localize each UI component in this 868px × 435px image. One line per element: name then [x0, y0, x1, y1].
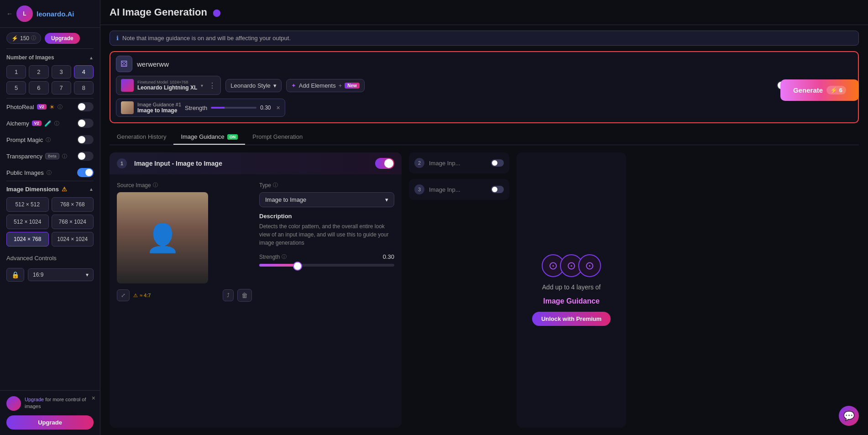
num-btn-5[interactable]: 5: [6, 81, 26, 94]
tab-on-badge: ON: [227, 134, 238, 140]
upgrade-full-button[interactable]: Upgrade: [6, 415, 94, 430]
dice-button[interactable]: ⚄: [116, 56, 132, 72]
avatar: L: [16, 5, 33, 22]
topbar: AI Image Generation ⬤: [100, 0, 868, 25]
public-images-toggle[interactable]: [77, 168, 94, 177]
transparency-badge: Beta: [45, 153, 59, 159]
model-selector[interactable]: Finetuned Model 1024×768 Leonardo Lightn…: [116, 76, 221, 95]
prompt-input[interactable]: [137, 60, 852, 68]
model-caret-icon: ▾: [201, 83, 203, 88]
brand-name: leonardo.Ai: [37, 10, 74, 18]
aspect-caret-icon: ▾: [86, 272, 89, 278]
guidance-num: 1: [117, 158, 127, 168]
transparency-toggle[interactable]: [77, 152, 94, 161]
unlock-button[interactable]: Unlock with Premium: [532, 312, 611, 326]
model-tag: Finetuned Model 1024×768: [137, 80, 197, 84]
upgrade-button-header[interactable]: Upgrade: [45, 33, 80, 44]
dimensions-section: Image Dimensions ⚠ ▲ 512 × 512 768 × 768…: [0, 181, 100, 251]
chevron-up-icon: ▲: [89, 55, 94, 60]
dimensions-grid: 512 × 512 768 × 768 512 × 1024 768 × 102…: [6, 197, 94, 246]
photoreal-info-icon[interactable]: ⓘ: [58, 104, 63, 110]
num-btn-6[interactable]: 6: [29, 81, 48, 94]
dim-btn-1024x768[interactable]: 1024 × 768: [6, 232, 49, 246]
type-dropdown[interactable]: Image to Image ▾: [259, 192, 394, 207]
transparency-label: Transparency Beta ⓘ: [6, 153, 67, 160]
strength-label-mini: Strength: [185, 105, 207, 111]
elements-button[interactable]: ✦ Add Elements + New: [286, 79, 365, 92]
public-images-label: Public Images ⓘ: [6, 169, 52, 176]
type-col: Type ⓘ Image to Image ▾ Description Dete…: [259, 182, 394, 304]
num-btn-4[interactable]: 4: [74, 65, 94, 79]
slot-2-toggle[interactable]: [491, 159, 504, 167]
dim-btn-768x1024[interactable]: 768 × 1024: [52, 215, 94, 229]
public-images-info-icon[interactable]: ⓘ: [47, 169, 52, 176]
type-caret-icon: ▾: [385, 196, 388, 203]
guidance-mini-item: Image Guidance #1 Image to Image Strengt…: [116, 99, 285, 117]
num-images-grid: 1 2 3 4 5 6 7 8: [6, 65, 94, 94]
aspect-lock-button[interactable]: 🔒: [6, 268, 24, 282]
new-badge: New: [345, 83, 360, 89]
guidance-panel-1: 1 Image Input - Image to Image Source Im…: [110, 152, 402, 428]
transparency-info-icon[interactable]: ⓘ: [62, 153, 67, 160]
description-title: Description: [259, 213, 394, 220]
source-info-icon[interactable]: ⓘ: [153, 182, 158, 189]
strength-label: Strength ⓘ: [259, 253, 287, 260]
strength-info-icon[interactable]: ⓘ: [282, 253, 287, 260]
guidance-mini-label: Image Guidance #1: [137, 102, 181, 107]
strength-slider[interactable]: [259, 264, 394, 267]
aspect-select[interactable]: 16:9 ▾: [28, 268, 94, 281]
premium-icons: ⊙ ⊙ ⊙: [542, 254, 601, 277]
content-area: 1 Image Input - Image to Image Source Im…: [100, 145, 868, 435]
strength-slider-mini[interactable]: [211, 107, 256, 109]
dimensions-title: Image Dimensions ⚠: [6, 186, 67, 193]
model-name: Leonardo Lightning XL: [137, 84, 197, 91]
num-btn-1[interactable]: 1: [6, 65, 26, 79]
guidance-mini-row: Image Guidance #1 Image to Image Strengt…: [116, 95, 852, 119]
dim-btn-768x768[interactable]: 768 × 768: [52, 197, 94, 212]
prompt-magic-toggle[interactable]: [77, 135, 94, 144]
alchemy-toggle[interactable]: [77, 119, 94, 128]
guidance-mini-name: Image to Image: [137, 107, 181, 114]
warning-triangle-icon: ⚠: [133, 293, 138, 299]
page-info-icon[interactable]: ⬤: [213, 8, 221, 17]
tab-image-guidance[interactable]: Image Guidance ON: [173, 130, 245, 145]
source-col: Source Image ⓘ ⤢ ⚠ ≈ 4:7 ⤴ 🗑: [117, 182, 252, 304]
prompt-magic-info-icon[interactable]: ⓘ: [46, 136, 51, 143]
close-banner-button[interactable]: ×: [92, 394, 95, 402]
alchemy-label: Alchemy V2 🧪 ⓘ: [6, 120, 59, 127]
credits-row: ⚡ 150 ⓘ Upgrade: [0, 28, 100, 48]
tab-prompt-generation[interactable]: Prompt Generation: [245, 130, 310, 145]
prompt-magic-row: Prompt Magic ⓘ: [0, 131, 100, 148]
num-btn-3[interactable]: 3: [52, 65, 71, 79]
type-info-icon[interactable]: ⓘ: [273, 182, 278, 189]
share-image-button[interactable]: ⤴: [223, 289, 234, 301]
dim-btn-512x512[interactable]: 512 × 512: [6, 197, 49, 212]
style-selector[interactable]: Leonardo Style ▾: [225, 79, 281, 92]
notice-text: Note that image guidance is on and will …: [122, 35, 291, 42]
prompt-magic-label: Prompt Magic ⓘ: [6, 136, 51, 143]
upgrade-link[interactable]: Upgrade: [25, 397, 44, 402]
alchemy-info-icon[interactable]: ⓘ: [54, 120, 59, 127]
dim-btn-1024x1024[interactable]: 1024 × 1024: [52, 232, 94, 246]
num-btn-7[interactable]: 7: [52, 81, 71, 94]
back-button[interactable]: ←: [6, 10, 13, 17]
generate-button[interactable]: Generate ⚡ 6: [780, 79, 859, 101]
chat-icon: 💬: [843, 410, 855, 421]
generate-count: ⚡ 6: [826, 86, 846, 94]
dim-btn-512x1024[interactable]: 512 × 1024: [6, 215, 49, 229]
info-icon[interactable]: ⓘ: [31, 35, 36, 42]
guidance-mini-close-button[interactable]: ×: [277, 104, 280, 111]
slot-3-toggle[interactable]: [491, 186, 504, 193]
expand-image-button[interactable]: ⤢: [117, 289, 130, 301]
num-btn-2[interactable]: 2: [29, 65, 48, 79]
style-caret-icon: ▾: [273, 82, 277, 89]
guidance-slot-2: 2 Image Inp...: [409, 152, 509, 173]
photoreal-toggle[interactable]: [77, 102, 94, 111]
tab-generation-history[interactable]: Generation History: [110, 130, 173, 145]
chat-button[interactable]: 💬: [839, 406, 859, 426]
num-btn-8[interactable]: 8: [74, 81, 94, 94]
elements-plus-icon: +: [339, 82, 342, 89]
delete-image-button[interactable]: 🗑: [237, 289, 252, 302]
guidance-panel-toggle[interactable]: [375, 158, 394, 169]
premium-icon-3: ⊙: [578, 254, 601, 277]
